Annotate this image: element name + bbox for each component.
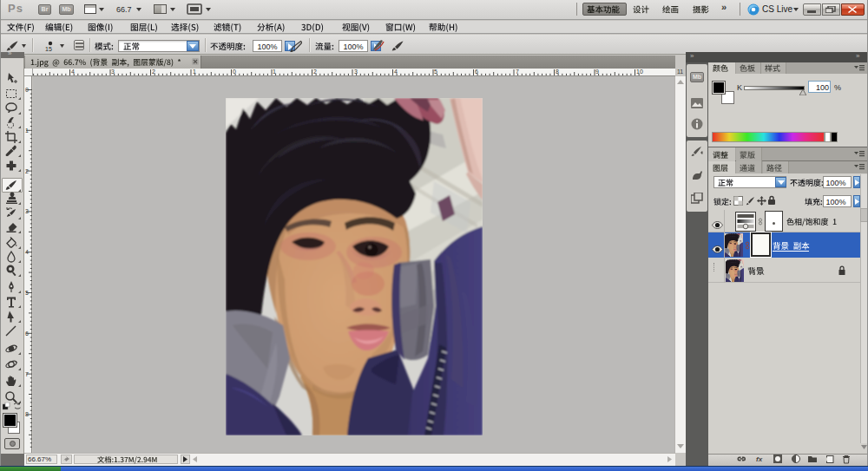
svg-text:fx: fx xyxy=(756,455,763,463)
